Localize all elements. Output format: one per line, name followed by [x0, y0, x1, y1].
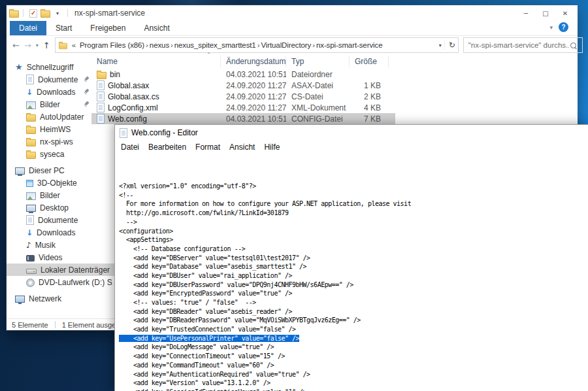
tab-freigeben[interactable]: Freigeben	[81, 21, 135, 35]
explorer-titlebar[interactable]: ▾ nx-spi-smart-service ─ □ ✕	[7, 5, 578, 21]
code-line[interactable]: <add key="DoLogMessage" value="true" />	[119, 343, 588, 352]
file-row-global-asax[interactable]: Global.asax24.09.2020 11:27ASAX-Datei1 K…	[91, 80, 395, 91]
file-size: 2 KB	[350, 92, 389, 101]
sidebar-item-downloads[interactable]: ↓Downloads	[7, 226, 91, 239]
code-line[interactable]: -->	[119, 218, 588, 227]
file-name: Web.config	[108, 114, 147, 124]
address-folder-icon	[59, 43, 67, 49]
sidebar-item-videos[interactable]: Videos	[7, 251, 91, 264]
file-row-bin[interactable]: bin04.03.2021 10:51Dateiordner	[91, 69, 395, 80]
sidebar-item-bilder[interactable]: Bilder	[7, 189, 91, 201]
column-header-nderungsdatum[interactable]: Änderungsdatum	[221, 56, 286, 67]
code-line[interactable]: <add key="DBReader" value="asebis_reader…	[119, 307, 588, 316]
sidebar-item-heimws[interactable]: HeimWS	[7, 123, 91, 135]
code-line[interactable]: <!-- Database configuration -->	[119, 245, 588, 254]
tab-ansicht[interactable]: Ansicht	[135, 21, 178, 35]
code-line[interactable]: <add key="DBUser" value="rai_application…	[119, 271, 588, 280]
code-line[interactable]: <add key="DBServer" value="testsql01\tes…	[119, 254, 588, 263]
breadcrumb-bar[interactable]: « Program Files (x86)›nexus›nexus_spitex…	[55, 37, 459, 53]
sidebar-item-3d-objekte[interactable]: 3D-Objekte	[7, 177, 91, 189]
maximize-button[interactable]: □	[536, 6, 555, 20]
address-dropdown-icon[interactable]: ▾	[439, 42, 442, 48]
refresh-icon[interactable]: ↻	[444, 41, 455, 50]
sidebar-item-nx-spi-ws[interactable]: nx-spi-ws	[7, 135, 91, 148]
code-line[interactable]: <add key="Database" value="asebis_smartt…	[119, 262, 588, 271]
code-line[interactable]: <add key="Version" value="13.1.2.0" />	[119, 379, 588, 388]
breadcrumb-item-virtualdirectory[interactable]: VirtualDirectory	[261, 41, 311, 49]
tab-datei[interactable]: Datei	[10, 21, 46, 35]
qat-customize-button[interactable]: ▾	[53, 7, 62, 19]
sidebar-item-musik[interactable]: ♪Musik	[7, 239, 91, 251]
sidebar-item-desktop[interactable]: Desktop	[7, 201, 91, 214]
up-button[interactable]: ↑	[43, 41, 50, 50]
window-folder-icon	[9, 10, 19, 18]
code-line[interactable]: <configuration>	[119, 227, 588, 236]
tab-start[interactable]: Start	[46, 21, 81, 35]
breadcrumb-separator-icon: ›	[144, 41, 150, 49]
doc-icon	[26, 75, 34, 84]
breadcrumb-item-nexus[interactable]: nexus	[150, 41, 169, 49]
menu-ansicht[interactable]: Ansicht	[225, 141, 259, 153]
sidebar-group-header-netzwerk[interactable]: Netzwerk	[7, 292, 91, 305]
back-button[interactable]: ←	[12, 41, 20, 50]
sidebar-item-syseca[interactable]: syseca	[7, 148, 91, 160]
breadcrumb-item-program-files-x86[interactable]: Program Files (x86)	[80, 41, 144, 49]
menu-format[interactable]: Format	[191, 141, 225, 153]
search-input[interactable]	[467, 41, 570, 50]
column-header-typ[interactable]: Typ	[286, 56, 350, 67]
code-line-text: <add key="Version" value="13.1.2.0" />	[119, 379, 270, 386]
file-row-web-config[interactable]: Web.config04.03.2021 10:51CONFIG-Datei7 …	[91, 113, 395, 124]
code-line[interactable]: <add key="AuthenticationRequired" value=…	[119, 370, 588, 379]
code-line[interactable]: <add key="UsePersonalPrinter" value="fal…	[119, 334, 588, 343]
qat-new-folder-button[interactable]	[41, 7, 50, 19]
code-line-text: -->	[119, 218, 137, 226]
breadcrumb-item-nx-spi-smart-service[interactable]: nx-spi-smart-service	[316, 41, 383, 49]
column-header-name[interactable]: Name	[91, 56, 221, 67]
code-line[interactable]: <add key="DBUserPassword" value="DPQ9nj4…	[119, 280, 588, 290]
menu-bearbeiten[interactable]: Bearbeiten	[144, 141, 191, 153]
code-line-text: <add key="DoLogMessage" value="true" />	[119, 343, 274, 350]
address-bar: ← → ▾ ↑ « Program Files (x86)›nexus›nexu…	[7, 36, 578, 54]
net-icon	[15, 296, 25, 303]
menu-hilfe[interactable]: Hilfe	[259, 141, 284, 153]
code-line[interactable]: <add key="DBReaderPassword" value="MqVOi…	[119, 316, 588, 325]
code-line[interactable]: <?xml version="1.0" encoding="utf-8"?>	[119, 182, 588, 191]
sidebar-item-dokumente[interactable]: Dokumente	[7, 73, 91, 86]
notepad-text[interactable]: <?xml version="1.0" encoding="utf-8"?><!…	[115, 153, 588, 391]
sidebar-item-label: HeimWS	[40, 125, 71, 134]
sidebar-item-bilder[interactable]: Bilder	[7, 98, 91, 110]
ribbon-expand-icon[interactable]: ▾	[549, 24, 553, 31]
sidebar-item-downloads[interactable]: ↓Downloads	[7, 86, 91, 98]
code-line[interactable]: <!-- values: "true" / "false" -->	[119, 298, 588, 307]
search-icon[interactable]	[570, 42, 576, 48]
sidebar-group-header-dieser-pc[interactable]: Dieser PC	[7, 164, 91, 177]
sidebar-group-header-schnellzugriff[interactable]: ★Schnellzugriff	[7, 61, 91, 73]
code-line[interactable]: http://go.microsoft.com/fwlink/?LinkId=3…	[119, 209, 588, 218]
help-button[interactable]: ?	[559, 22, 568, 32]
code-line[interactable]: For more information on how to configure…	[119, 199, 588, 209]
minimize-button[interactable]: ─	[516, 6, 536, 20]
code-line[interactable]: <appSettings>	[119, 235, 588, 245]
sidebar-item-autoupdater[interactable]: AutoUpdater	[7, 110, 91, 123]
code-line[interactable]: <add key="ConnectionTimeout" value="15" …	[119, 352, 588, 361]
breadcrumb-item-nexus-spitex-smarttest1[interactable]: nexus_spitex_smarttest1	[174, 41, 256, 49]
menu-datei[interactable]: Datei	[116, 141, 144, 153]
sidebar-item-lokaler-datentr-ger[interactable]: Lokaler Datenträger	[7, 264, 124, 276]
file-row-logconfig-xml[interactable]: LogConfig.xml24.09.2020 11:27XML-Dokumen…	[91, 102, 395, 113]
code-line[interactable]: <add key="TrustedConnection" value="fals…	[119, 325, 588, 334]
code-line[interactable]: <add key="CommandTimeout" value="60" />	[119, 361, 588, 370]
recent-locations-icon[interactable]: ▾	[36, 42, 39, 48]
sidebar-item-dvd-laufwerk-d-s[interactable]: DVD-Laufwerk (D:) S	[7, 276, 91, 288]
code-line-text: <configuration>	[119, 228, 173, 235]
code-line[interactable]: <add key="EncryptedPassword" value="true…	[119, 289, 588, 298]
column-header-gr-e[interactable]: Größe	[350, 56, 389, 67]
qat-properties-button[interactable]	[29, 7, 38, 19]
close-button[interactable]: ✕	[555, 6, 575, 20]
file-row-global-asax-cs[interactable]: Global.asax.cs24.09.2020 11:27CS-Datei2 …	[91, 91, 395, 102]
highlighted-code-line: <add key="UsePersonalPrinter" value="fal…	[119, 335, 299, 342]
code-line[interactable]: <!--	[119, 191, 588, 200]
code-line[interactable]: <add key="SessionIdExpirationHours" valu…	[119, 388, 588, 391]
sidebar-item-dokumente[interactable]: Dokumente	[7, 214, 91, 226]
notepad-titlebar[interactable]: Web.config - Editor	[115, 125, 588, 141]
forward-button[interactable]: →	[24, 41, 31, 50]
